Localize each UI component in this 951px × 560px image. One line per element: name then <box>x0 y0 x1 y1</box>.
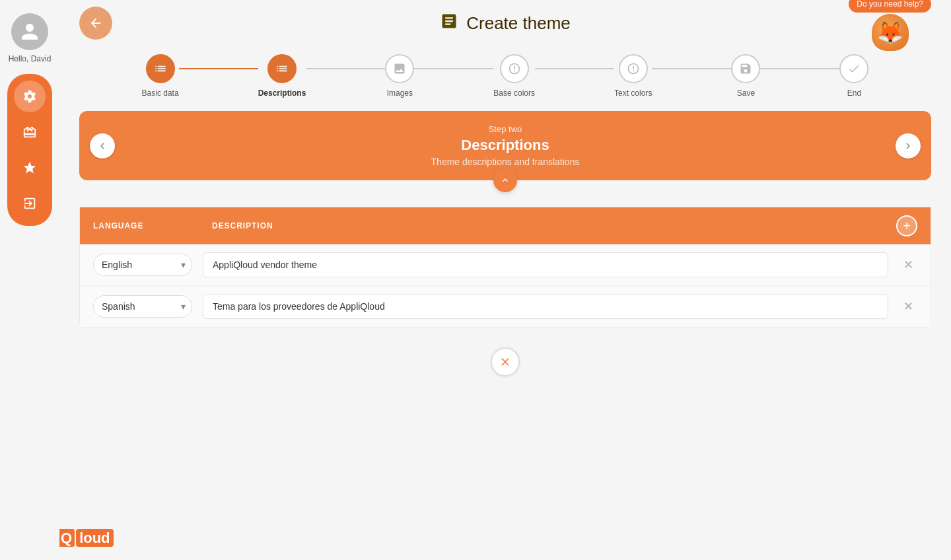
step-label-3: Images <box>387 88 413 98</box>
connector-6 <box>760 68 839 69</box>
step-label-7: End <box>847 88 861 98</box>
banner-subtitle: Theme descriptions and translations <box>431 157 580 167</box>
help-widget: Do you need help? 🦊 <box>849 0 931 51</box>
add-row-button[interactable]: + <box>896 215 917 236</box>
step-save: Save <box>731 54 760 98</box>
step-descriptions: Descriptions <box>258 54 306 98</box>
step-circle-3 <box>385 54 414 83</box>
banner-next-button[interactable] <box>896 133 921 158</box>
connector-1 <box>179 68 258 69</box>
page-title-text: Create theme <box>466 13 571 34</box>
step-label-2: Descriptions <box>258 88 306 98</box>
step-circle-4 <box>500 54 529 83</box>
step-images: Images <box>385 54 414 98</box>
step-label-4: Base colors <box>493 88 535 98</box>
user-greeting: Hello, David <box>9 54 52 63</box>
cancel-button[interactable] <box>491 347 520 376</box>
language-select-1[interactable]: English Spanish French <box>93 254 192 276</box>
logo-text-2: loud <box>76 529 113 547</box>
page-title-icon <box>440 12 458 34</box>
table-header: LANGUAGE DESCRIPTION + <box>80 207 931 244</box>
sidebar-item-favorites[interactable] <box>14 152 46 184</box>
step-basic-data: Basic data <box>142 54 179 98</box>
table-col-description: DESCRIPTION <box>212 221 896 230</box>
avatar <box>11 13 48 50</box>
banner-content: Step two Descriptions Theme descriptions… <box>431 124 580 167</box>
help-bubble-text: Do you need help? <box>849 0 931 13</box>
sidebar: Hello, David <box>0 0 59 560</box>
language-select-wrapper-2: English Spanish French ▾ <box>93 295 192 318</box>
page-title: Create theme <box>440 12 571 34</box>
step-end: End <box>839 54 868 98</box>
language-select-wrapper-1: English Spanish French ▾ <box>93 254 192 276</box>
delete-row-button-1[interactable]: ✕ <box>899 256 917 274</box>
step-circle-2 <box>267 54 297 83</box>
connector-3 <box>414 68 493 69</box>
sidebar-item-settings[interactable] <box>14 81 46 112</box>
banner-step-label: Step two <box>431 124 580 134</box>
top-bar: Create theme Do you need help? 🦊 <box>79 0 931 41</box>
connector-5 <box>652 68 731 69</box>
delete-row-button-2[interactable]: ✕ <box>899 297 917 316</box>
step-circle-1 <box>146 54 175 83</box>
step-circle-6 <box>731 54 760 83</box>
connector-2 <box>306 68 385 69</box>
step-circle-7 <box>839 54 868 83</box>
connector-4 <box>535 68 614 69</box>
sidebar-nav <box>7 74 52 226</box>
banner-prev-button[interactable] <box>90 133 115 158</box>
step-circle-5 <box>619 54 648 83</box>
table-col-language: LANGUAGE <box>93 221 212 230</box>
cancel-area <box>79 347 931 376</box>
descriptions-banner: Step two Descriptions Theme descriptions… <box>79 111 931 180</box>
description-input-1[interactable] <box>203 252 888 277</box>
back-button[interactable] <box>79 7 112 40</box>
main-content: Create theme Do you need help? 🦊 Basic d… <box>59 0 951 560</box>
step-label-5: Text colors <box>614 88 652 98</box>
step-base-colors: Base colors <box>493 54 535 98</box>
banner-collapse-button[interactable] <box>493 168 517 192</box>
logo-highlight: Q <box>58 529 75 547</box>
description-input-2[interactable] <box>203 294 888 319</box>
banner-title: Descriptions <box>431 137 580 154</box>
sidebar-item-logout[interactable] <box>14 188 46 219</box>
step-label-6: Save <box>737 88 755 98</box>
step-text-colors: Text colors <box>614 54 652 98</box>
stepper: Basic data Descriptions Images Base colo… <box>79 41 931 111</box>
descriptions-table: LANGUAGE DESCRIPTION + English Spanish F… <box>79 207 931 328</box>
language-select-2[interactable]: English Spanish French <box>93 295 192 318</box>
fox-mascot: 🦊 <box>872 14 909 51</box>
table-row: English Spanish French ▾ ✕ <box>80 286 931 327</box>
sidebar-item-tickets[interactable] <box>14 116 46 148</box>
table-row: English Spanish French ▾ ✕ <box>80 244 931 286</box>
step-label-1: Basic data <box>142 88 179 98</box>
